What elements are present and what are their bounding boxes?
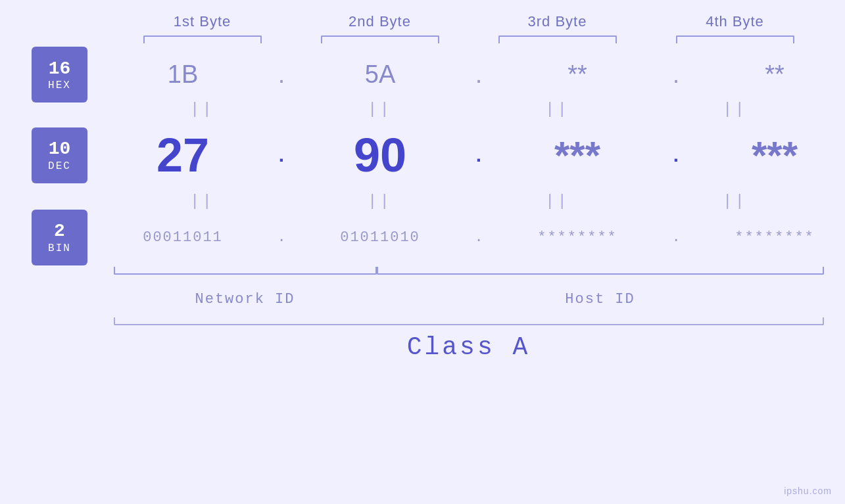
eq5: || bbox=[130, 193, 275, 210]
bracket-byte1 bbox=[143, 35, 262, 43]
bin-badge: 2 BIN bbox=[32, 210, 87, 265]
eq6: || bbox=[308, 193, 452, 210]
hex-dot3: . bbox=[660, 60, 692, 89]
hex-byte4-value: ** bbox=[765, 60, 785, 88]
hex-byte2-value: 5A bbox=[365, 60, 395, 88]
eq8: || bbox=[663, 193, 808, 210]
dec-byte3-value: *** bbox=[554, 133, 600, 177]
bin-base-label: BIN bbox=[48, 242, 71, 254]
dec-badge: 10 DEC bbox=[32, 127, 87, 183]
bin-row: 2 BIN 00011011 . 01011010 . ******** . bbox=[0, 211, 845, 263]
hex-row: 16 HEX 1B . 5A . ** . ** bbox=[0, 50, 845, 99]
dec-dot2: . bbox=[462, 144, 495, 166]
equals-row-2: || || || || bbox=[114, 191, 824, 211]
dec-dot1: . bbox=[265, 144, 298, 166]
host-id-label: Host ID bbox=[377, 291, 824, 308]
dec-dot1-value: . bbox=[279, 144, 284, 166]
bin-byte3: ******** bbox=[495, 229, 660, 246]
bin-byte3-value: ******** bbox=[537, 229, 617, 246]
hex-badge: 16 HEX bbox=[32, 47, 87, 103]
eq4: || bbox=[663, 101, 808, 118]
bin-dot2-value: . bbox=[474, 229, 483, 246]
hex-byte3-value: ** bbox=[567, 60, 587, 88]
bin-byte1-value: 00011011 bbox=[143, 229, 223, 246]
byte2-header: 2nd Byte bbox=[308, 13, 452, 30]
bin-byte2: 01011010 bbox=[298, 229, 462, 246]
byte4-header: 4th Byte bbox=[663, 13, 808, 30]
bin-dot3: . bbox=[660, 229, 692, 246]
dec-base-label: DEC bbox=[48, 160, 71, 172]
network-bracket bbox=[114, 267, 377, 275]
hex-base-label: HEX bbox=[48, 80, 71, 91]
eq7: || bbox=[485, 193, 630, 210]
dec-byte2: 90 bbox=[298, 128, 462, 182]
dec-row: 10 DEC 27 . 90 . *** . *** bbox=[0, 119, 845, 191]
bin-dot3-value: . bbox=[671, 229, 680, 246]
bin-dot1: . bbox=[265, 229, 298, 246]
top-bracket-row bbox=[114, 35, 824, 43]
bin-dot2: . bbox=[462, 229, 495, 246]
hex-dot1: . bbox=[265, 60, 298, 89]
bin-byte4-value: ******** bbox=[735, 229, 815, 246]
bin-byte4: ******** bbox=[692, 229, 845, 246]
dec-values: 27 . 90 . *** . *** bbox=[101, 128, 845, 182]
bracket-byte4 bbox=[676, 35, 794, 43]
dec-dot3-value: . bbox=[673, 144, 679, 166]
hex-dot2-value: . bbox=[475, 60, 483, 88]
bin-byte1: 00011011 bbox=[101, 229, 265, 246]
bottom-bracket-row bbox=[114, 267, 824, 283]
dec-byte4: *** bbox=[692, 133, 845, 178]
hex-values: 1B . 5A . ** . ** bbox=[101, 60, 845, 89]
hex-dot2: . bbox=[462, 60, 495, 89]
dec-byte3: *** bbox=[495, 133, 660, 178]
dec-byte1-value: 27 bbox=[157, 129, 209, 181]
byte1-header: 1st Byte bbox=[130, 13, 275, 30]
hex-byte3: ** bbox=[495, 60, 660, 89]
bracket-byte3 bbox=[498, 35, 617, 43]
hex-byte4: ** bbox=[692, 60, 845, 89]
dec-base-number: 10 bbox=[49, 138, 71, 160]
hex-base-number: 16 bbox=[49, 58, 71, 80]
eq2: || bbox=[308, 101, 452, 118]
dec-byte2-value: 90 bbox=[354, 129, 406, 181]
byte-headers: 1st Byte 2nd Byte 3rd Byte 4th Byte bbox=[114, 13, 824, 30]
hex-byte2: 5A bbox=[298, 60, 462, 89]
dec-byte1: 27 bbox=[101, 128, 265, 182]
host-bracket bbox=[377, 267, 824, 275]
equals-row-1: || || || || bbox=[114, 99, 824, 119]
bin-base-number: 2 bbox=[54, 220, 65, 242]
main-container: 1st Byte 2nd Byte 3rd Byte 4th Byte 16 H… bbox=[0, 0, 845, 504]
bin-dot1-value: . bbox=[277, 229, 285, 246]
hex-byte1: 1B bbox=[101, 60, 265, 89]
eq3: || bbox=[485, 101, 630, 118]
bin-byte2-value: 01011010 bbox=[340, 229, 420, 246]
id-labels-row: Network ID Host ID bbox=[114, 286, 824, 312]
hex-byte1-value: 1B bbox=[168, 60, 198, 88]
dec-byte4-value: *** bbox=[752, 133, 798, 177]
network-id-label: Network ID bbox=[114, 291, 377, 308]
hex-dot3-value: . bbox=[673, 60, 680, 88]
byte3-header: 3rd Byte bbox=[485, 13, 630, 30]
dec-dot2-value: . bbox=[476, 144, 481, 166]
eq1: || bbox=[130, 101, 275, 118]
hex-dot1-value: . bbox=[278, 60, 285, 88]
bracket-byte2 bbox=[321, 35, 439, 43]
overall-bracket bbox=[114, 317, 824, 325]
bin-values: 00011011 . 01011010 . ******** . *******… bbox=[101, 229, 845, 246]
dec-dot3: . bbox=[660, 144, 692, 166]
class-label: Class A bbox=[114, 333, 824, 361]
watermark: ipshu.com bbox=[784, 486, 832, 496]
